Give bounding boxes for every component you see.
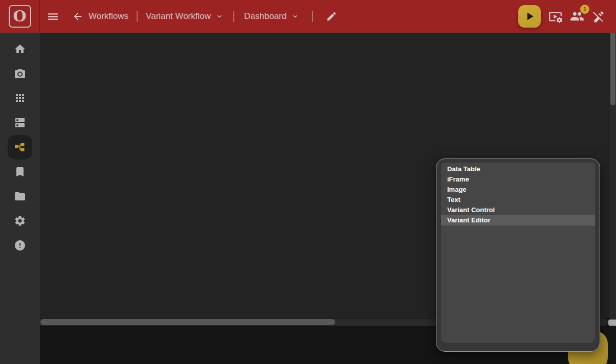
video-settings-icon <box>548 10 562 24</box>
breadcrumb-section-label: Workflows <box>89 11 128 21</box>
edit-icon <box>326 11 337 22</box>
horizontal-scrollbar-thumb[interactable] <box>40 319 335 325</box>
menu-button[interactable] <box>47 10 59 23</box>
dns-icon <box>14 117 26 129</box>
sidebar-item-apps[interactable] <box>8 86 32 110</box>
view-name-label: Dashboard <box>244 11 287 21</box>
users-button[interactable]: 1 <box>570 9 584 24</box>
sidebar-item-files[interactable] <box>8 184 32 209</box>
back-arrow-icon <box>72 11 83 22</box>
chevron-down-icon <box>291 12 299 20</box>
component-dropdown: Data Table iFrame Image Text Variant Con… <box>436 158 600 352</box>
play-icon <box>523 10 536 23</box>
apps-grid-icon <box>14 92 26 104</box>
vertical-scrollbar-thumb[interactable] <box>610 33 615 105</box>
sidebar-item-settings[interactable] <box>8 209 32 233</box>
breadcrumb-separator <box>233 11 234 22</box>
dropdown-item-iframe[interactable]: iFrame <box>441 174 595 185</box>
workflow-schema-icon <box>14 141 26 153</box>
sidebar-item-storage[interactable] <box>8 110 32 135</box>
header-actions: 1 <box>518 5 616 28</box>
menu-icon <box>47 10 59 23</box>
view-selector[interactable]: Dashboard <box>244 11 299 21</box>
sidebar-item-camera[interactable] <box>8 61 32 86</box>
scrollbar-corner-thumb[interactable] <box>608 320 616 326</box>
home-icon <box>14 43 26 55</box>
back-button[interactable] <box>72 11 83 22</box>
exit-edit-button[interactable] <box>592 10 605 23</box>
breadcrumb-separator <box>137 11 138 22</box>
dropdown-item-variant-control[interactable]: Variant Control <box>441 205 595 215</box>
app-logo: O <box>0 0 40 33</box>
top-bar: O Workflows Variant Workflow Dashboard <box>0 0 616 33</box>
edit-view-button[interactable] <box>326 11 337 22</box>
workflow-name-label: Variant Workflow <box>146 11 211 21</box>
breadcrumb-separator <box>312 11 313 22</box>
run-workflow-button[interactable] <box>518 5 541 28</box>
bookmark-icon <box>14 166 26 178</box>
logo-letter: O <box>9 5 31 28</box>
sidebar <box>0 33 40 364</box>
camera-icon <box>14 67 26 80</box>
chevron-down-icon <box>215 12 224 20</box>
dropdown-item-variant-editor[interactable]: Variant Editor <box>441 215 595 225</box>
session-count-badge: 1 <box>580 5 589 14</box>
sidebar-item-workflows[interactable] <box>8 135 32 160</box>
sidebar-item-alerts[interactable] <box>8 233 32 258</box>
sidebar-item-bookmarks[interactable] <box>8 160 32 184</box>
folder-icon <box>14 190 26 202</box>
dropdown-item-text[interactable]: Text <box>441 195 595 205</box>
error-icon <box>14 239 26 252</box>
vertical-scrollbar[interactable] <box>610 33 616 326</box>
settings-gear-icon <box>14 215 26 227</box>
edit-off-icon <box>592 10 605 23</box>
dropdown-item-image[interactable]: Image <box>441 185 595 195</box>
sidebar-item-home[interactable] <box>8 37 32 61</box>
component-dropdown-list: Data Table iFrame Image Text Variant Con… <box>441 163 595 343</box>
video-settings-button[interactable] <box>548 10 562 24</box>
dropdown-item-data-table[interactable]: Data Table <box>441 164 595 174</box>
workflow-selector[interactable]: Variant Workflow <box>146 11 224 21</box>
